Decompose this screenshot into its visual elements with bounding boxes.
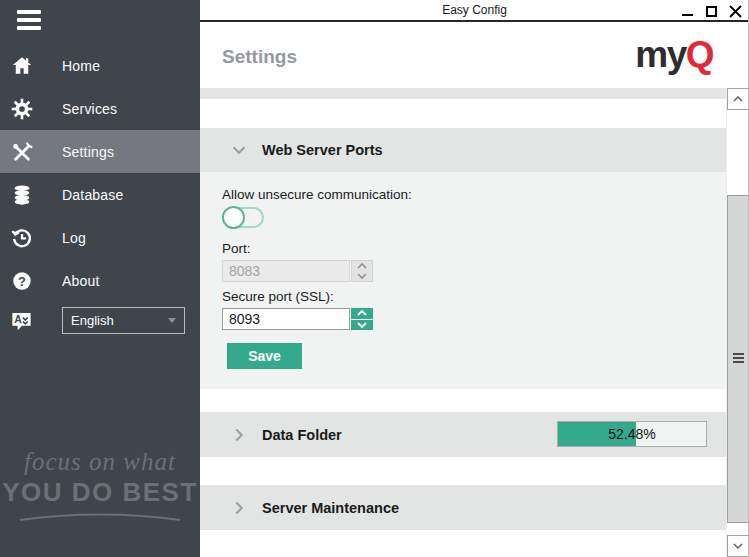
port-spinner — [351, 260, 373, 282]
port-field-row — [222, 260, 373, 282]
watermark-line1: focus on what — [0, 448, 200, 476]
log-history-icon — [11, 227, 33, 249]
watermark-line2: YOU DO BEST — [0, 477, 200, 508]
window-controls — [680, 3, 743, 19]
secure-port-label: Secure port (SSL): — [222, 289, 334, 304]
section-title: Data Folder — [262, 427, 342, 443]
minimize-button[interactable] — [680, 4, 695, 19]
chevron-right-icon — [228, 424, 250, 446]
data-folder-usage-percent: 52.48% — [558, 426, 706, 442]
settings-scroll-area: Web Server Ports Allow unsecure communic… — [200, 88, 749, 557]
main-area: Easy Config Settings myQ — [200, 0, 749, 557]
svg-text:?: ? — [18, 273, 26, 288]
web-server-ports-panel: Allow unsecure communication: Port: Secu… — [200, 172, 726, 389]
myq-logo: myQ — [635, 34, 713, 76]
sidebar-nav: Home Services Settings Database — [0, 44, 200, 302]
sidebar-item-about[interactable]: ? About — [0, 259, 200, 302]
about-question-icon: ? — [11, 270, 33, 292]
section-header-web-server-ports[interactable]: Web Server Ports — [200, 128, 726, 172]
chevron-up-icon — [732, 95, 744, 103]
maximize-icon — [706, 6, 717, 17]
chevron-down-icon — [732, 542, 744, 550]
language-select[interactable]: English — [62, 307, 185, 334]
hamburger-menu-button[interactable] — [17, 10, 41, 31]
window-titlebar: Easy Config — [200, 0, 749, 22]
page-title: Settings — [222, 46, 297, 68]
sidebar-item-label: About — [62, 273, 100, 289]
section-header-server-maintenance[interactable]: Server Maintenance — [200, 485, 726, 530]
secure-port-input[interactable] — [222, 308, 350, 330]
home-icon — [11, 55, 33, 77]
sidebar-item-label: Settings — [62, 144, 114, 160]
window-title: Easy Config — [200, 3, 749, 17]
scrolled-section-edge — [200, 88, 726, 99]
spinner-up-button[interactable] — [351, 308, 373, 319]
scrollbar-thumb[interactable] — [727, 195, 749, 523]
secure-port-spinner — [351, 308, 373, 330]
svg-text:A: A — [14, 312, 22, 324]
port-label: Port: — [222, 241, 251, 256]
sidebar-item-log[interactable]: Log — [0, 216, 200, 259]
sidebar-item-services[interactable]: Services — [0, 87, 200, 130]
minimize-icon — [682, 14, 693, 16]
spinner-up-button — [352, 261, 372, 271]
port-input — [222, 260, 350, 282]
sidebar-item-home[interactable]: Home — [0, 44, 200, 87]
scrollbar-grip-icon — [733, 353, 744, 365]
sidebar: Home Services Settings Database — [0, 0, 200, 557]
language-row: A English — [0, 303, 200, 339]
sidebar-item-label: Database — [62, 187, 124, 203]
chevron-right-icon — [228, 497, 250, 519]
chevron-down-icon — [168, 318, 176, 323]
chevron-down-icon — [228, 139, 250, 161]
close-button[interactable] — [728, 4, 743, 19]
secure-port-field-row — [222, 308, 373, 330]
spinner-down-button[interactable] — [351, 320, 373, 331]
data-folder-usage-bar: 52.48% — [557, 421, 707, 447]
settings-tools-icon — [11, 141, 33, 163]
section-title: Web Server Ports — [262, 142, 383, 158]
brand-watermark: focus on what YOU DO BEST — [0, 448, 200, 528]
sidebar-item-database[interactable]: Database — [0, 173, 200, 216]
section-header-data-folder[interactable]: Data Folder 52.48% — [200, 412, 726, 457]
sidebar-item-settings[interactable]: Settings — [0, 130, 200, 173]
maximize-button[interactable] — [704, 4, 719, 19]
database-icon — [11, 184, 33, 206]
allow-unsecure-label: Allow unsecure communication: — [222, 187, 412, 202]
watermark-underline — [15, 508, 185, 524]
services-gear-icon — [11, 98, 33, 120]
logo-text-my: my — [635, 34, 685, 75]
section-title: Server Maintenance — [262, 500, 399, 516]
logo-text-q: Q — [686, 34, 713, 75]
scrollbar-up-button[interactable] — [727, 88, 749, 110]
sidebar-item-label: Services — [62, 101, 117, 117]
language-selected-value: English — [71, 313, 114, 328]
allow-unsecure-toggle[interactable] — [222, 207, 264, 228]
page-header: Settings myQ — [200, 24, 749, 88]
sidebar-item-label: Log — [62, 230, 86, 246]
settings-content: Web Server Ports Allow unsecure communic… — [200, 88, 726, 557]
scrollbar-down-button[interactable] — [727, 535, 749, 557]
close-icon — [729, 5, 742, 18]
spinner-down-button — [352, 271, 372, 281]
save-button[interactable]: Save — [227, 343, 302, 369]
translate-icon: A — [10, 310, 33, 333]
vertical-scrollbar[interactable] — [726, 88, 749, 557]
toggle-knob — [222, 206, 245, 229]
sidebar-item-label: Home — [62, 58, 100, 74]
easy-config-window: Home Services Settings Database — [0, 0, 749, 557]
